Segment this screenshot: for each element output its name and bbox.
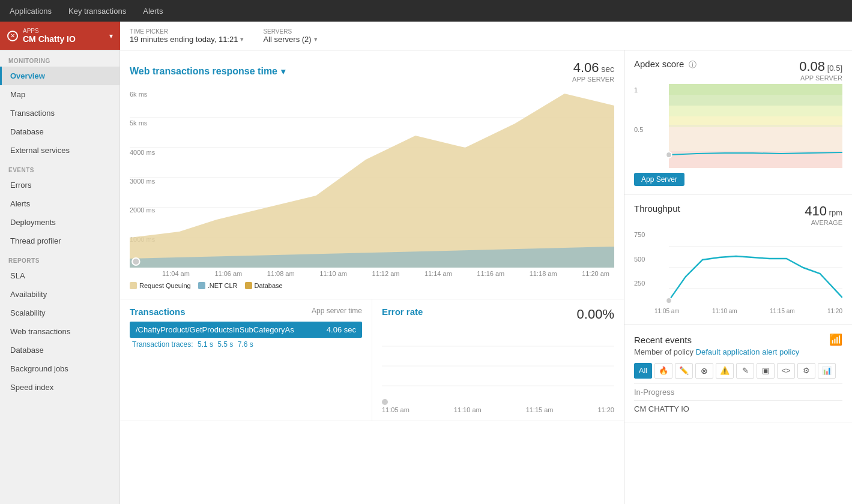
app-selector-arrow-icon: ▾ [109,32,113,40]
chart-value-right: 4.06 sec APP SERVER [572,60,614,83]
chart-server-label: APP SERVER [572,76,614,83]
reports-section-label: REPORTS [0,250,119,266]
sidebar-item-deployments[interactable]: Deployments [0,213,119,232]
chart-legend: Request Queuing .NET CLR Database [130,280,614,294]
transaction-name: /ChattyProduct/GetProductsInSubCategoryA… [136,325,294,334]
events-policy-text: Member of policy Default application ale… [634,346,842,358]
legend-dot-net-clr [198,282,205,289]
chart-big-value: 4.06 [573,60,599,75]
apps-label: APPS [23,28,76,34]
top-nav: Applications Key transactions Alerts [0,0,852,22]
apdex-chart: 1 0.5 [634,84,842,168]
filter-monitor-button[interactable]: ▣ [757,363,775,379]
apdex-y-labels: 1 0.5 [634,84,652,168]
filter-all-button[interactable]: All [634,363,652,379]
error-rate-panel-header: Error rate 0.00% [382,307,614,322]
sidebar-item-speed-index[interactable]: Speed index [0,378,119,397]
apdex-score-value: 0.08 [799,59,825,74]
legend-net-clr: .NET CLR [198,282,238,289]
sidebar-item-availability[interactable]: Availability [0,285,119,304]
transactions-subtitle: App server time [312,307,362,315]
sidebar-item-overview[interactable]: Overview [0,67,119,85]
time-picker-label: TIME PICKER [130,28,244,35]
recent-events-header: Recent events 📶 [634,333,842,346]
sidebar-item-errors[interactable]: Errors [0,176,119,194]
svg-point-5 [132,258,139,265]
nav-alerts[interactable]: Alerts [140,7,165,16]
sidebar-item-database-reports[interactable]: Database [0,341,119,359]
legend-dot-request-queuing [130,282,137,289]
error-rate-chart [382,327,614,405]
sidebar-item-alerts[interactable]: Alerts [0,194,119,213]
events-divider [634,383,842,384]
apdex-server-label: APP SERVER [799,74,842,82]
chart-title[interactable]: Web transactions response time ▾ [130,66,285,77]
filter-chart-button[interactable]: 📊 [818,363,836,379]
sidebar-item-background-jobs[interactable]: Background jobs [0,359,119,378]
apdex-help-icon[interactable]: ⓘ [689,60,696,69]
error-rate-panel: Error rate 0.00% [372,299,624,421]
sidebar: MONITORING Overview Map Transactions Dat… [0,50,120,504]
sidebar-item-transactions[interactable]: Transactions [0,104,119,122]
error-rate-title: Error rate [382,307,423,317]
svg-rect-10 [669,95,842,106]
time-picker-arrow-icon: ▾ [240,35,244,43]
svg-rect-13 [669,127,842,151]
web-transactions-chart-section: Web transactions response time ▾ 4.06 se… [120,50,624,299]
filter-edit-button[interactable]: ✏️ [675,363,693,379]
sidebar-item-database[interactable]: Database [0,122,119,141]
filter-circle-x-button[interactable]: ⊗ [695,363,713,379]
time-picker-value[interactable]: 19 minutes ending today, 11:21 ▾ [130,35,244,44]
filter-code-button[interactable]: <> [777,363,795,379]
time-picker-group: TIME PICKER 19 minutes ending today, 11:… [130,28,244,44]
app-server-badge[interactable]: App Server [634,173,684,186]
servers-value[interactable]: All servers (2) ▾ [263,35,317,44]
right-panel: Apdex score ⓘ 0.08 [0.5] APP SERVER 1 0.… [624,50,852,504]
sidebar-item-thread-profiler[interactable]: Thread profiler [0,232,119,250]
recent-events-section: Recent events 📶 Member of policy Default… [624,325,852,422]
filter-fire-button[interactable]: 🔥 [654,363,672,379]
sub-header-controls: TIME PICKER 19 minutes ending today, 11:… [120,28,327,44]
nav-applications[interactable]: Applications [7,7,54,16]
transaction-traces: Transaction traces: 5.1 s 5.5 s 7.6 s [130,340,362,349]
sidebar-item-sla[interactable]: SLA [0,266,119,285]
wifi-icon: 📶 [829,333,842,346]
app-selector[interactable]: ✕ APPS CM Chatty IO ▾ [0,22,120,50]
throughput-unit: rpm [829,208,842,217]
filter-gear-button[interactable]: ⚙ [797,363,815,379]
svg-point-20 [666,298,671,304]
apdex-title: Apdex score [634,59,684,69]
chart-header: Web transactions response time ▾ 4.06 se… [130,60,614,83]
error-rate-x-labels: 11:05 am 11:10 am 11:15 am 11:20 [382,406,614,413]
error-rate-value: 0.00% [577,307,614,322]
filter-pencil-button[interactable]: ✎ [736,363,754,379]
chart-svg-area [130,88,614,268]
error-chart-indicator [382,399,388,405]
trace-1[interactable]: 5.1 s [198,340,213,349]
chart-x-labels: 11:04 am 11:06 am 11:08 am 11:10 am 11:1… [130,268,614,280]
app-name: CM Chatty IO [23,34,76,44]
throughput-value: 410 [805,203,827,218]
throughput-sub-label: AVERAGE [805,219,842,226]
sub-header: ✕ APPS CM Chatty IO ▾ TIME PICKER 19 min… [0,22,852,50]
throughput-section: Throughput 410 rpm AVERAGE 750 500 250 [624,195,852,325]
legend-request-queuing: Request Queuing [130,282,191,289]
servers-label: SERVERS [263,28,317,35]
main-content: Web transactions response time ▾ 4.06 se… [120,50,624,504]
cm-chatty-label: CM CHATTY IO [634,404,842,413]
chart-dropdown-icon: ▾ [281,67,285,76]
sidebar-item-external-services[interactable]: External services [0,141,119,160]
nav-key-transactions[interactable]: Key transactions [66,7,128,16]
apdex-bracket: [0.5] [827,64,842,73]
trace-2[interactable]: 5.5 s [217,340,233,349]
svg-rect-12 [669,116,842,127]
sidebar-item-map[interactable]: Map [0,85,119,104]
sidebar-item-web-transactions[interactable]: Web transactions [0,322,119,341]
trace-3[interactable]: 7.6 s [238,340,253,349]
sidebar-item-scalability[interactable]: Scalability [0,304,119,322]
monitoring-section-label: MONITORING [0,50,119,67]
transaction-bar[interactable]: /ChattyProduct/GetProductsInSubCategoryA… [130,322,362,338]
filter-warning-button[interactable]: ⚠️ [716,363,734,379]
events-section-label: EVENTS [0,160,119,176]
policy-link[interactable]: Default application alert policy [696,347,800,356]
